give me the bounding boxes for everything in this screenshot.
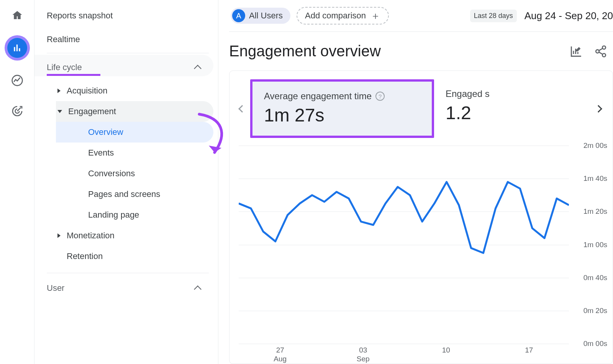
engagement-line-chart: 0m 00s0m 20s0m 40s1m 00s1m 20s1m 40s2m 0… [229, 142, 613, 344]
help-icon[interactable]: ? [375, 92, 385, 101]
nav-label: Landing page [88, 210, 139, 220]
y-tick-label: 0m 40s [583, 274, 607, 282]
y-tick-label: 1m 40s [583, 174, 607, 183]
nav-engagement-conversions[interactable]: Conversions [56, 163, 213, 184]
group-label: User [47, 283, 64, 293]
rail-explore[interactable] [7, 70, 28, 91]
share-icon [594, 45, 607, 58]
svg-point-2 [596, 49, 599, 53]
x-tick-label: 10 [405, 346, 488, 364]
nav-engagement-overview[interactable]: Overview [56, 122, 213, 143]
metrics-row: Average engagement time ? 1m 27s Engaged… [229, 71, 613, 142]
x-tick-label: 17 [488, 346, 571, 364]
svg-point-1 [602, 46, 606, 49]
metrics-prev-button[interactable] [234, 79, 250, 138]
rail-home[interactable] [7, 5, 28, 26]
svg-point-3 [602, 53, 606, 57]
rail-advertising[interactable] [7, 100, 28, 122]
date-range-display[interactable]: Aug 24 - Sep 20, 20 [524, 10, 613, 22]
chevron-left-icon [238, 105, 246, 113]
main-content: A All Users Add comparison ＋ Last 28 day… [218, 0, 613, 364]
nav-label: Reports snapshot [47, 11, 113, 21]
y-tick-label: 0m 00s [583, 339, 607, 348]
chevron-right-icon [595, 105, 602, 113]
page-title: Engagement overview [229, 43, 381, 60]
caret-down-icon [57, 110, 62, 113]
nav-label: Acquisition [67, 86, 107, 96]
nav-label: Retention [67, 251, 103, 261]
target-click-icon [11, 105, 23, 117]
segment-avatar: A [232, 9, 245, 22]
nav-monetization[interactable]: Monetization [56, 225, 213, 246]
divider [47, 273, 209, 273]
nav-engagement-events[interactable]: Events [56, 143, 213, 163]
nav-engagement[interactable]: Engagement [56, 101, 213, 122]
y-tick-label: 0m 20s [583, 307, 607, 315]
chevron-up-icon [194, 65, 202, 72]
nav-label: Monetization [67, 231, 115, 241]
home-icon [11, 10, 23, 21]
y-axis-labels: 0m 00s0m 20s0m 40s1m 00s1m 20s1m 40s2m 0… [569, 146, 607, 344]
group-label: Life cycle [47, 62, 82, 72]
chart-edit-icon [570, 45, 583, 58]
highlight-underline [47, 74, 100, 76]
nav-reports-snapshot[interactable]: Reports snapshot [34, 4, 213, 28]
nav-engagement-landing-page[interactable]: Landing page [56, 205, 213, 225]
x-tick-label: 03Sep [322, 346, 405, 364]
nav-label: Events [88, 148, 114, 158]
caret-right-icon [57, 89, 61, 93]
metric-tile-avg-engagement-time[interactable]: Average engagement time ? 1m 27s [250, 79, 434, 138]
share-button[interactable] [593, 44, 608, 59]
rail-reports[interactable] [5, 35, 30, 61]
chart-line [239, 146, 569, 344]
metric-tile-engaged-sessions[interactable]: Engaged s 1.2 [434, 79, 590, 138]
add-comparison-button[interactable]: Add comparison ＋ [297, 7, 389, 25]
icon-rail [0, 0, 34, 364]
nav-retention[interactable]: Retention [56, 246, 213, 267]
segment-all-users[interactable]: A All Users [231, 8, 290, 24]
bar-chart-icon [12, 43, 22, 53]
y-tick-label: 2m 00s [583, 141, 607, 150]
reports-sidebar: Reports snapshot Realtime Life cycle Acq… [34, 0, 218, 364]
nav-group-user[interactable]: User [34, 275, 213, 298]
y-tick-label: 1m 20s [583, 207, 607, 216]
nav-label: Realtime [47, 34, 80, 44]
nav-label: Pages and screens [88, 189, 160, 199]
metric-value: 1.2 [446, 102, 579, 123]
nav-label: Engagement [68, 107, 116, 116]
add-comparison-label: Add comparison [305, 11, 366, 21]
nav-group-life-cycle[interactable]: Life cycle [34, 55, 213, 76]
x-tick-label: 27Aug [239, 346, 322, 364]
metric-label: Engaged s [446, 89, 490, 99]
nav-realtime[interactable]: Realtime [34, 28, 213, 51]
date-preset-chip[interactable]: Last 28 days [470, 10, 517, 22]
metric-label: Average engagement time [264, 91, 372, 102]
topbar: A All Users Add comparison ＋ Last 28 day… [218, 0, 613, 31]
trend-circle-icon [11, 74, 23, 87]
metric-value: 1m 27s [264, 105, 420, 126]
nav-engagement-pages-screens[interactable]: Pages and screens [56, 184, 213, 205]
page-actions [569, 44, 608, 59]
divider [47, 53, 209, 53]
metrics-next-button[interactable] [590, 79, 606, 138]
engagement-card: Average engagement time ? 1m 27s Engaged… [229, 71, 613, 364]
nav-label: Overview [88, 127, 123, 137]
caret-right-icon [57, 233, 61, 238]
chevron-up-icon [194, 285, 202, 293]
plus-icon: ＋ [370, 11, 380, 21]
segment-label: All Users [249, 11, 283, 21]
x-axis-labels: 27Aug03Sep1017 [229, 344, 613, 364]
nav-label: Conversions [88, 169, 135, 179]
nav-acquisition[interactable]: Acquisition [56, 80, 213, 101]
y-tick-label: 1m 00s [583, 241, 607, 249]
customize-report-button[interactable] [569, 44, 584, 59]
page-header: Engagement overview [218, 32, 613, 71]
